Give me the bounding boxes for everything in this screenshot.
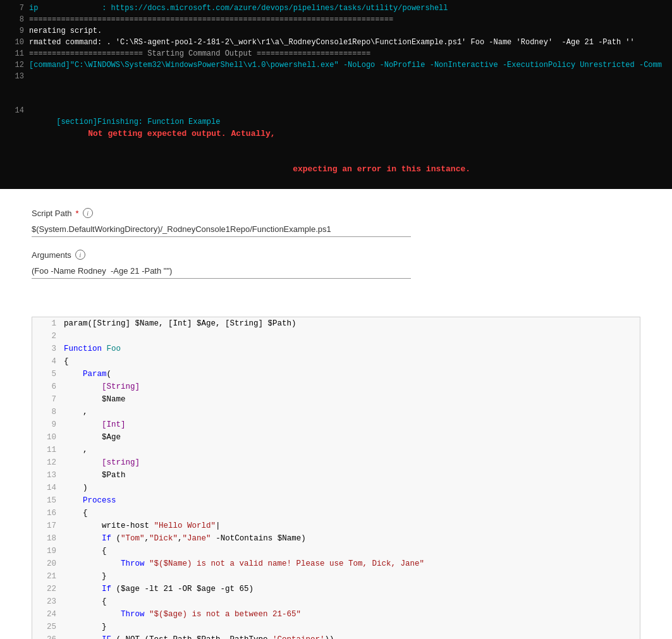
code-line-25: 25 } xyxy=(32,621,640,633)
terminal-output: 7 ip : https://docs.microsoft.com/azure/… xyxy=(0,0,672,189)
terminal-line-11: 11 ========================= Starting Co… xyxy=(0,48,672,59)
code-line-16: 16 { xyxy=(32,507,640,520)
terminal-line-9: 9 nerating script. xyxy=(0,25,672,37)
terminal-line-7: 7 ip : https://docs.microsoft.com/azure/… xyxy=(0,3,672,14)
code-line-11: 11 , xyxy=(32,444,640,456)
code-line-24: 24 Throw "$($age) is not a between 21-65… xyxy=(32,608,640,621)
code-line-18: 18 If ("Tom","Dick","Jane" -NotContains … xyxy=(32,532,640,545)
script-path-group: Script Path * i xyxy=(32,208,640,237)
code-editor: 1 param([String] $Name, [Int] $Age, [Str… xyxy=(32,317,640,639)
code-line-6: 6 [String] xyxy=(32,380,640,393)
code-line-2: 2 xyxy=(32,330,640,343)
code-line-7: 7 $Name xyxy=(32,393,640,406)
code-line-3: 3 Function Foo xyxy=(32,343,640,355)
code-line-1: 1 param([String] $Name, [Int] $Age, [Str… xyxy=(32,317,640,330)
script-path-label-text: Script Path xyxy=(32,209,72,218)
script-path-input[interactable] xyxy=(32,222,411,237)
code-line-10: 10 $Age xyxy=(32,431,640,444)
code-line-4: 4 { xyxy=(32,355,640,368)
terminal-line-10: 10 rmatted command: . 'C:\RS-agent-pool-… xyxy=(0,37,672,48)
arguments-label-text: Arguments xyxy=(32,250,71,260)
code-line-26: 26 IF (-NOT (Test-Path $Path -PathType '… xyxy=(32,633,640,639)
code-line-9: 9 [Int] xyxy=(32,418,640,431)
form-section: Script Path * i Arguments i xyxy=(0,189,672,304)
code-line-23: 23 { xyxy=(32,595,640,608)
terminal-line-12: 12 [command]"C:\WINDOWS\System32\Windows… xyxy=(0,59,672,71)
code-line-13: 13 $Path xyxy=(32,469,640,482)
arguments-input[interactable] xyxy=(32,264,411,279)
script-path-label: Script Path * i xyxy=(32,208,640,218)
terminal-line-14: 14 [section]Finishing: Function Example … xyxy=(0,105,672,152)
arguments-info-icon[interactable]: i xyxy=(75,250,85,260)
terminal-line-14b: expecting an error in this instance. xyxy=(0,152,672,187)
code-line-8: 8 , xyxy=(32,406,640,418)
code-line-14: 14 ) xyxy=(32,482,640,494)
arguments-group: Arguments i xyxy=(32,250,640,279)
script-path-info-icon[interactable]: i xyxy=(83,208,93,218)
code-line-17: 17 write-host "Hello World"| xyxy=(32,520,640,532)
code-line-20: 20 Throw "$($Name) is not a valid name! … xyxy=(32,557,640,570)
code-line-5: 5 Param( xyxy=(32,368,640,380)
arguments-label: Arguments i xyxy=(32,250,640,260)
code-line-12: 12 [string] xyxy=(32,456,640,469)
code-line-22: 22 If ($age -lt 21 -OR $age -gt 65) xyxy=(32,583,640,595)
code-line-19: 19 { xyxy=(32,545,640,557)
terminal-line-13: 13 xyxy=(0,71,672,105)
code-line-15: 15 Process xyxy=(32,494,640,507)
code-line-21: 21 } xyxy=(32,570,640,583)
script-path-required: * xyxy=(76,209,79,218)
terminal-line-8: 8 ======================================… xyxy=(0,14,672,25)
